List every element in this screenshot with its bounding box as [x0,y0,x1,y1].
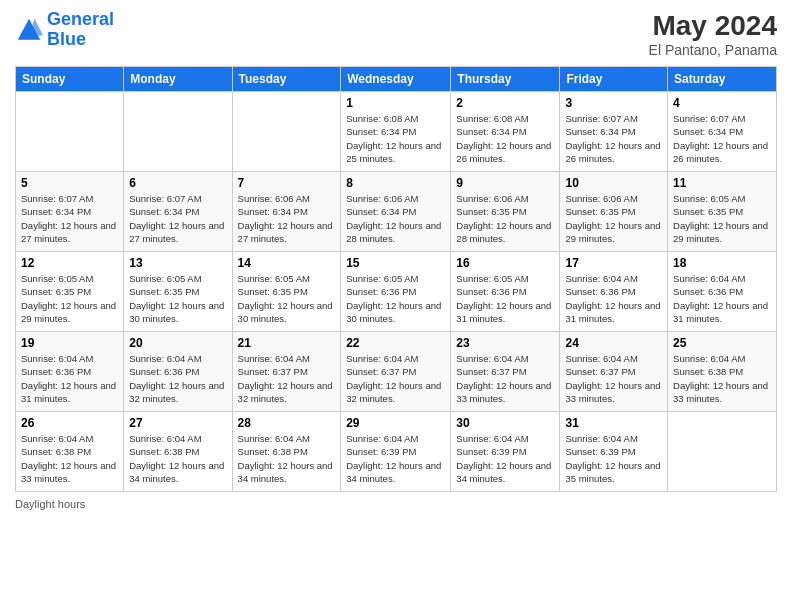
day-info: Sunrise: 6:05 AM Sunset: 6:35 PM Dayligh… [238,272,336,325]
day-cell-28: 28Sunrise: 6:04 AM Sunset: 6:38 PM Dayli… [232,412,341,492]
day-info: Sunrise: 6:05 AM Sunset: 6:35 PM Dayligh… [673,192,771,245]
day-header-sunday: Sunday [16,67,124,92]
day-cell-9: 9Sunrise: 6:06 AM Sunset: 6:35 PM Daylig… [451,172,560,252]
day-info: Sunrise: 6:04 AM Sunset: 6:39 PM Dayligh… [346,432,445,485]
footer: Daylight hours [15,498,777,510]
day-number: 31 [565,416,662,430]
day-number: 28 [238,416,336,430]
week-row-1: 1Sunrise: 6:08 AM Sunset: 6:34 PM Daylig… [16,92,777,172]
day-info: Sunrise: 6:04 AM Sunset: 6:37 PM Dayligh… [238,352,336,405]
day-cell-19: 19Sunrise: 6:04 AM Sunset: 6:36 PM Dayli… [16,332,124,412]
day-header-saturday: Saturday [668,67,777,92]
day-cell-18: 18Sunrise: 6:04 AM Sunset: 6:36 PM Dayli… [668,252,777,332]
day-number: 30 [456,416,554,430]
day-info: Sunrise: 6:06 AM Sunset: 6:34 PM Dayligh… [346,192,445,245]
day-cell-11: 11Sunrise: 6:05 AM Sunset: 6:35 PM Dayli… [668,172,777,252]
logo-line1: General [47,9,114,29]
day-cell-4: 4Sunrise: 6:07 AM Sunset: 6:34 PM Daylig… [668,92,777,172]
day-info: Sunrise: 6:08 AM Sunset: 6:34 PM Dayligh… [456,112,554,165]
day-cell-25: 25Sunrise: 6:04 AM Sunset: 6:38 PM Dayli… [668,332,777,412]
day-info: Sunrise: 6:06 AM Sunset: 6:35 PM Dayligh… [456,192,554,245]
day-info: Sunrise: 6:04 AM Sunset: 6:38 PM Dayligh… [129,432,226,485]
day-cell-14: 14Sunrise: 6:05 AM Sunset: 6:35 PM Dayli… [232,252,341,332]
logo-text: General Blue [47,10,114,50]
day-info: Sunrise: 6:07 AM Sunset: 6:34 PM Dayligh… [21,192,118,245]
day-number: 18 [673,256,771,270]
logo-icon [15,16,43,44]
day-cell-23: 23Sunrise: 6:04 AM Sunset: 6:37 PM Dayli… [451,332,560,412]
day-info: Sunrise: 6:04 AM Sunset: 6:38 PM Dayligh… [238,432,336,485]
day-info: Sunrise: 6:07 AM Sunset: 6:34 PM Dayligh… [673,112,771,165]
daylight-label: Daylight hours [15,498,85,510]
day-cell-21: 21Sunrise: 6:04 AM Sunset: 6:37 PM Dayli… [232,332,341,412]
day-info: Sunrise: 6:05 AM Sunset: 6:36 PM Dayligh… [456,272,554,325]
day-cell-26: 26Sunrise: 6:04 AM Sunset: 6:38 PM Dayli… [16,412,124,492]
day-cell-6: 6Sunrise: 6:07 AM Sunset: 6:34 PM Daylig… [124,172,232,252]
day-number: 12 [21,256,118,270]
day-cell-16: 16Sunrise: 6:05 AM Sunset: 6:36 PM Dayli… [451,252,560,332]
week-row-2: 5Sunrise: 6:07 AM Sunset: 6:34 PM Daylig… [16,172,777,252]
day-cell-8: 8Sunrise: 6:06 AM Sunset: 6:34 PM Daylig… [341,172,451,252]
day-number: 6 [129,176,226,190]
day-cell-24: 24Sunrise: 6:04 AM Sunset: 6:37 PM Dayli… [560,332,668,412]
day-info: Sunrise: 6:07 AM Sunset: 6:34 PM Dayligh… [565,112,662,165]
calendar-table: SundayMondayTuesdayWednesdayThursdayFrid… [15,66,777,492]
day-info: Sunrise: 6:05 AM Sunset: 6:36 PM Dayligh… [346,272,445,325]
day-number: 13 [129,256,226,270]
day-info: Sunrise: 6:04 AM Sunset: 6:36 PM Dayligh… [129,352,226,405]
day-cell-1: 1Sunrise: 6:08 AM Sunset: 6:34 PM Daylig… [341,92,451,172]
day-cell-10: 10Sunrise: 6:06 AM Sunset: 6:35 PM Dayli… [560,172,668,252]
empty-cell [16,92,124,172]
day-number: 5 [21,176,118,190]
day-number: 3 [565,96,662,110]
title-block: May 2024 El Pantano, Panama [649,10,777,58]
day-info: Sunrise: 6:04 AM Sunset: 6:36 PM Dayligh… [673,272,771,325]
day-number: 8 [346,176,445,190]
day-number: 24 [565,336,662,350]
day-info: Sunrise: 6:04 AM Sunset: 6:36 PM Dayligh… [21,352,118,405]
empty-cell [668,412,777,492]
day-number: 21 [238,336,336,350]
day-number: 25 [673,336,771,350]
month-title: May 2024 [649,10,777,42]
day-number: 16 [456,256,554,270]
day-cell-5: 5Sunrise: 6:07 AM Sunset: 6:34 PM Daylig… [16,172,124,252]
logo: General Blue [15,10,114,50]
day-number: 11 [673,176,771,190]
day-number: 9 [456,176,554,190]
day-header-monday: Monday [124,67,232,92]
day-cell-20: 20Sunrise: 6:04 AM Sunset: 6:36 PM Dayli… [124,332,232,412]
day-number: 17 [565,256,662,270]
header-row: SundayMondayTuesdayWednesdayThursdayFrid… [16,67,777,92]
day-number: 4 [673,96,771,110]
week-row-4: 19Sunrise: 6:04 AM Sunset: 6:36 PM Dayli… [16,332,777,412]
day-info: Sunrise: 6:04 AM Sunset: 6:38 PM Dayligh… [673,352,771,405]
day-number: 19 [21,336,118,350]
day-header-thursday: Thursday [451,67,560,92]
day-cell-30: 30Sunrise: 6:04 AM Sunset: 6:39 PM Dayli… [451,412,560,492]
empty-cell [124,92,232,172]
day-number: 29 [346,416,445,430]
day-info: Sunrise: 6:04 AM Sunset: 6:39 PM Dayligh… [565,432,662,485]
day-cell-31: 31Sunrise: 6:04 AM Sunset: 6:39 PM Dayli… [560,412,668,492]
day-info: Sunrise: 6:07 AM Sunset: 6:34 PM Dayligh… [129,192,226,245]
day-info: Sunrise: 6:04 AM Sunset: 6:37 PM Dayligh… [346,352,445,405]
day-cell-22: 22Sunrise: 6:04 AM Sunset: 6:37 PM Dayli… [341,332,451,412]
day-number: 14 [238,256,336,270]
day-cell-17: 17Sunrise: 6:04 AM Sunset: 6:36 PM Dayli… [560,252,668,332]
location-subtitle: El Pantano, Panama [649,42,777,58]
day-number: 2 [456,96,554,110]
day-info: Sunrise: 6:04 AM Sunset: 6:38 PM Dayligh… [21,432,118,485]
day-number: 10 [565,176,662,190]
day-cell-12: 12Sunrise: 6:05 AM Sunset: 6:35 PM Dayli… [16,252,124,332]
day-cell-7: 7Sunrise: 6:06 AM Sunset: 6:34 PM Daylig… [232,172,341,252]
day-header-friday: Friday [560,67,668,92]
day-cell-27: 27Sunrise: 6:04 AM Sunset: 6:38 PM Dayli… [124,412,232,492]
day-number: 22 [346,336,445,350]
day-info: Sunrise: 6:04 AM Sunset: 6:37 PM Dayligh… [456,352,554,405]
day-info: Sunrise: 6:04 AM Sunset: 6:36 PM Dayligh… [565,272,662,325]
day-info: Sunrise: 6:06 AM Sunset: 6:34 PM Dayligh… [238,192,336,245]
day-number: 27 [129,416,226,430]
day-header-wednesday: Wednesday [341,67,451,92]
week-row-5: 26Sunrise: 6:04 AM Sunset: 6:38 PM Dayli… [16,412,777,492]
